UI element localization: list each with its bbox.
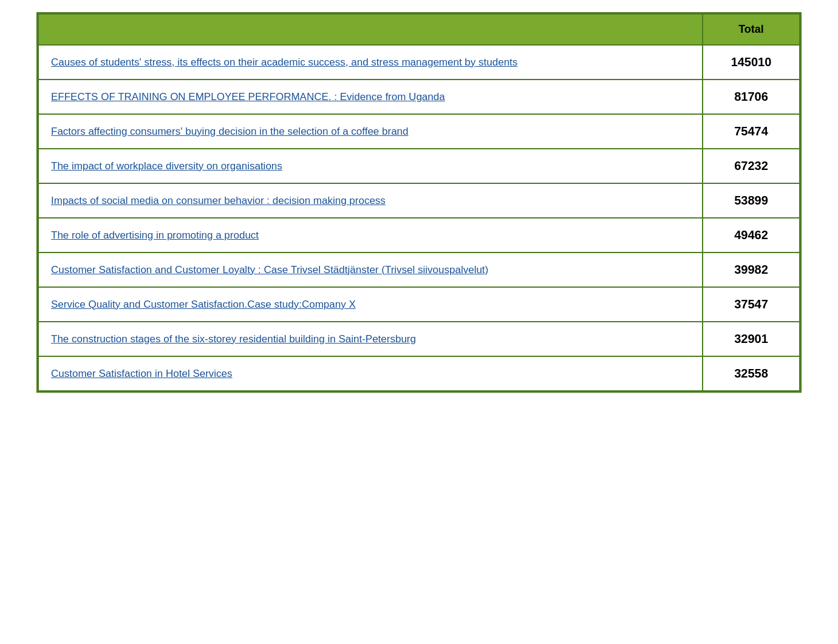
- table-cell-title: EFFECTS OF TRAINING ON EMPLOYEE PERFORMA…: [38, 80, 703, 114]
- table-row: Causes of students' stress, its effects …: [38, 45, 800, 80]
- col-total-header: Total: [703, 14, 800, 45]
- item-link-8[interactable]: The construction stages of the six-store…: [51, 333, 416, 345]
- table-row: Factors affecting consumers' buying deci…: [38, 114, 800, 149]
- table-cell-title: Causes of students' stress, its effects …: [38, 45, 703, 80]
- table-row: Customer Satisfaction and Customer Loyal…: [38, 253, 800, 287]
- table-cell-title: Service Quality and Customer Satisfactio…: [38, 287, 703, 322]
- table-cell-total: 145010: [703, 45, 800, 80]
- table-row: Customer Satisfaction in Hotel Services3…: [38, 356, 800, 391]
- table-cell-title: Customer Satisfaction in Hotel Services: [38, 356, 703, 391]
- table-row: Impacts of social media on consumer beha…: [38, 183, 800, 218]
- table-row: The construction stages of the six-store…: [38, 322, 800, 356]
- col-title-header: [38, 14, 703, 45]
- table-cell-total: 39982: [703, 253, 800, 287]
- table-cell-total: 49462: [703, 218, 800, 253]
- table-cell-title: The impact of workplace diversity on org…: [38, 149, 703, 183]
- table-cell-total: 75474: [703, 114, 800, 149]
- main-table-wrapper: Total Causes of students' stress, its ef…: [36, 12, 802, 393]
- item-link-9[interactable]: Customer Satisfaction in Hotel Services: [51, 368, 233, 379]
- item-link-4[interactable]: Impacts of social media on consumer beha…: [51, 195, 386, 206]
- table-cell-title: The construction stages of the six-store…: [38, 322, 703, 356]
- table-cell-total: 37547: [703, 287, 800, 322]
- table-cell-title: Factors affecting consumers' buying deci…: [38, 114, 703, 149]
- table-cell-total: 81706: [703, 80, 800, 114]
- item-link-2[interactable]: Factors affecting consumers' buying deci…: [51, 126, 409, 137]
- table-cell-title: The role of advertising in promoting a p…: [38, 218, 703, 253]
- table-header-row: Total: [38, 14, 800, 45]
- table-row: The impact of workplace diversity on org…: [38, 149, 800, 183]
- table-row: EFFECTS OF TRAINING ON EMPLOYEE PERFORMA…: [38, 80, 800, 114]
- item-link-0[interactable]: Causes of students' stress, its effects …: [51, 56, 517, 68]
- rankings-table: Total Causes of students' stress, its ef…: [38, 13, 800, 391]
- table-cell-total: 67232: [703, 149, 800, 183]
- item-link-1[interactable]: EFFECTS OF TRAINING ON EMPLOYEE PERFORMA…: [51, 91, 445, 103]
- table-row: The role of advertising in promoting a p…: [38, 218, 800, 253]
- table-cell-total: 53899: [703, 183, 800, 218]
- item-link-5[interactable]: The role of advertising in promoting a p…: [51, 229, 259, 241]
- table-cell-title: Impacts of social media on consumer beha…: [38, 183, 703, 218]
- table-cell-title: Customer Satisfaction and Customer Loyal…: [38, 253, 703, 287]
- item-link-3[interactable]: The impact of workplace diversity on org…: [51, 160, 282, 172]
- table-cell-total: 32558: [703, 356, 800, 391]
- item-link-6[interactable]: Customer Satisfaction and Customer Loyal…: [51, 264, 488, 276]
- item-link-7[interactable]: Service Quality and Customer Satisfactio…: [51, 299, 356, 310]
- table-row: Service Quality and Customer Satisfactio…: [38, 287, 800, 322]
- table-cell-total: 32901: [703, 322, 800, 356]
